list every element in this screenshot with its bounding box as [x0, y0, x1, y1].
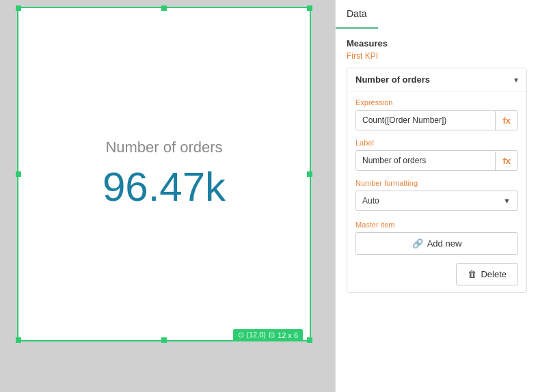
accordion-header[interactable]: Number of orders ▾ [347, 68, 526, 91]
handle-bottom-center[interactable] [161, 337, 167, 343]
badge-size-icon: ⊡ [269, 331, 275, 339]
number-formatting-label: Number formatting [355, 179, 518, 187]
handle-bottom-left[interactable] [16, 337, 21, 343]
badge-position: ⊙ (12,0) [238, 331, 266, 339]
number-formatting-select[interactable]: Auto Fixed Integer Percent [356, 191, 496, 210]
link-icon: 🔗 [412, 238, 423, 249]
label-field-label: Label [355, 139, 518, 147]
trash-icon: 🗑 [468, 269, 476, 279]
expression-input-row: fx [355, 110, 518, 130]
add-new-button[interactable]: 🔗 Add new [355, 232, 518, 255]
label-fx-icon: fx [502, 156, 511, 166]
expression-input[interactable] [356, 111, 495, 130]
select-arrow-icon: ▼ [496, 193, 517, 209]
label-input-row: fx [355, 150, 518, 171]
handle-middle-right[interactable] [307, 171, 312, 177]
kpi-accordion: Number of orders ▾ Expression fx Label [347, 68, 527, 293]
handle-top-right[interactable] [307, 5, 312, 11]
handle-middle-left[interactable] [16, 171, 21, 177]
widget-badge: ⊙ (12,0) ⊡ 12 x 6 [233, 329, 303, 341]
add-new-label: Add new [427, 238, 462, 249]
label-input[interactable] [356, 151, 495, 170]
master-item-section: Master item 🔗 Add new [355, 221, 518, 255]
delete-label: Delete [481, 269, 507, 279]
kpi-label: Number of orders [105, 139, 222, 156]
number-formatting-select-row: Auto Fixed Integer Percent ▼ [355, 191, 518, 211]
btn-actions: 🗑 Delete [355, 263, 518, 285]
label-fx-button[interactable]: fx [495, 152, 517, 170]
handle-top-center[interactable] [161, 5, 167, 11]
kpi-widget[interactable]: Number of orders 96.47k ⊙ (12,0) ⊡ 12 x … [17, 7, 311, 341]
chevron-down-icon: ▾ [514, 75, 518, 85]
panel-body: Measures First KPI Number of orders ▾ Ex… [336, 29, 538, 392]
measures-title: Measures [347, 38, 527, 48]
measures-subtitle: First KPI [347, 51, 527, 61]
badge-size: 12 x 6 [278, 331, 298, 339]
data-tab[interactable]: Data [336, 0, 378, 29]
delete-button[interactable]: 🗑 Delete [456, 263, 518, 285]
kpi-value: 96.47k [103, 163, 226, 210]
accordion-title: Number of orders [355, 74, 430, 85]
fx-icon: fx [502, 115, 511, 126]
expression-fx-button[interactable]: fx [495, 111, 517, 130]
master-item-label: Master item [355, 221, 518, 229]
right-panel: Data Measures First KPI Number of orders… [335, 0, 538, 392]
canvas-area: Number of orders 96.47k ⊙ (12,0) ⊡ 12 x … [0, 0, 335, 392]
expression-label: Expression [355, 98, 518, 107]
accordion-body: Expression fx Label fx Number formatti [347, 91, 526, 292]
handle-bottom-right[interactable] [307, 337, 312, 343]
handle-top-left[interactable] [16, 5, 21, 11]
